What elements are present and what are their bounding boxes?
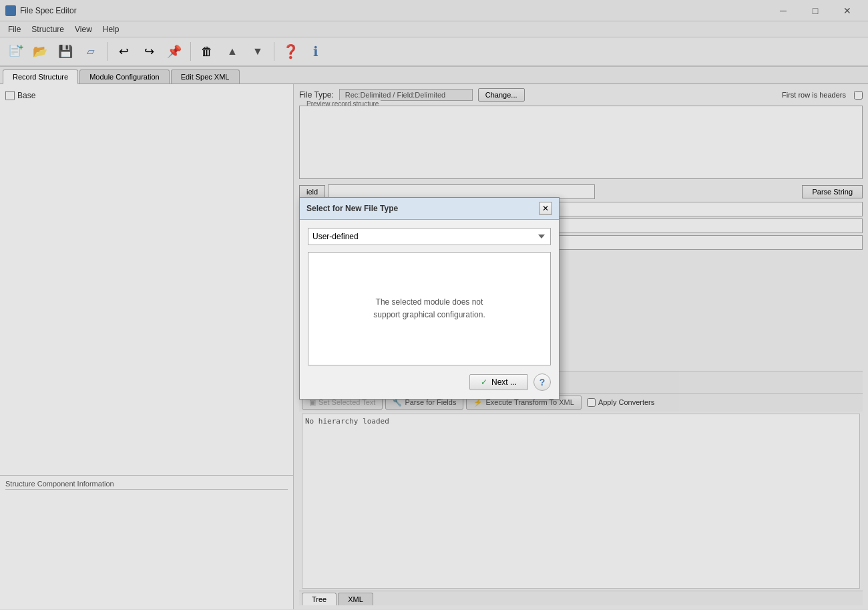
- file-type-select[interactable]: User-defined CSV Fixed Width XML JSON: [308, 228, 551, 245]
- modal-close-icon: ✕: [542, 204, 549, 213]
- modal-body: User-defined CSV Fixed Width XML JSON Th…: [300, 220, 559, 399]
- modal-message: The selected module does not support gra…: [373, 296, 485, 321]
- modal-next-button[interactable]: ✓ Next ...: [469, 374, 528, 390]
- modal-message-line2: support graphical configuration.: [373, 310, 485, 319]
- modal-message-line1: The selected module does not: [376, 297, 483, 307]
- modal-footer: ✓ Next ... ?: [308, 373, 551, 391]
- modal-close-button[interactable]: ✕: [539, 202, 552, 215]
- modal-content-area: The selected module does not support gra…: [308, 252, 551, 365]
- modal-next-checkmark: ✓: [481, 377, 487, 387]
- modal-help-button[interactable]: ?: [533, 373, 551, 391]
- modal-overlay: Select for New File Type ✕ User-defined …: [0, 0, 868, 610]
- modal-next-label: Next ...: [491, 377, 517, 387]
- modal-title: Select for New File Type: [306, 204, 398, 213]
- modal-dropdown-row: User-defined CSV Fixed Width XML JSON: [308, 228, 551, 245]
- modal-title-bar: Select for New File Type ✕: [300, 198, 559, 220]
- modal-dialog: Select for New File Type ✕ User-defined …: [299, 197, 560, 400]
